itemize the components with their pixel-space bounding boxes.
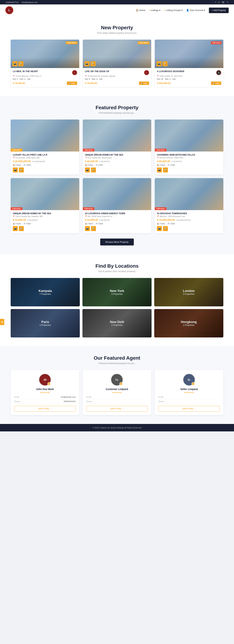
featured-search-button[interactable]: 🔍 (91, 168, 96, 172)
listing-groups-icon: ≡ (164, 9, 166, 12)
location-city: New Delli (110, 320, 124, 324)
property-address: 📍 41 Nkrumah Rd, Kampala, Uganda (85, 75, 149, 77)
linkedin-icon[interactable]: in (218, 1, 220, 3)
sqft-label: Sqft: (27, 78, 31, 80)
flag-icon[interactable]: 🏳 (227, 1, 229, 3)
nav-listing-groups[interactable]: ≡ Listing Groups ▾ (164, 9, 183, 12)
featured-tour-button[interactable]: 📷 (157, 168, 162, 172)
new-property-section: New Property Find newly added property a… (0, 16, 234, 96)
baths-amenity: 🚿 2 Bath (95, 164, 103, 166)
instagram-icon[interactable]: 📷 (222, 1, 224, 3)
property-tour-button[interactable]: 📷 (156, 61, 162, 66)
property-tour-button[interactable]: 📷 (84, 61, 90, 66)
browse-more-button[interactable]: Browse More Property (100, 238, 134, 246)
featured-image: FOR RENT (11, 120, 79, 152)
property-title: LIFE ON THE EDGE OF (85, 70, 110, 73)
side-settings-tab[interactable]: ⚙ (0, 319, 4, 325)
featured-tour-button[interactable]: 📷 (85, 226, 90, 231)
facebook-icon[interactable]: f (215, 1, 216, 3)
baths-amenity: 🚿 2 Bath (167, 223, 175, 225)
property-meta: Bed: 3 Bath: 2 Sqft: (85, 78, 149, 80)
featured-image: FOR SALE (155, 178, 223, 210)
location-count: 4 Properties (40, 324, 51, 326)
beds-amenity: 🏠 4 Beds (157, 223, 165, 225)
featured-price: ¥ 42,000.00 ¥ 46,000.00 (13, 218, 77, 221)
location-card-kampala[interactable]: Kampala 7 Properties (11, 278, 80, 306)
featured-tour-button[interactable]: 📷 (13, 226, 18, 231)
featured-address: 📍 2113 Suffolk Ave, Westchester, (85, 157, 149, 159)
agent-avatar: SL ✓ (183, 374, 195, 386)
property-agent-avatar: L (72, 70, 77, 75)
featured-badge: FOR RENT (11, 149, 22, 152)
featured-search-button[interactable]: 🔍 (91, 226, 96, 231)
featured-tour-button[interactable]: 📷 (157, 226, 162, 231)
add-property-button[interactable]: + Add Property (209, 8, 229, 13)
featured-title: 53 SPACIOUS TOWNHOUSES (157, 212, 221, 215)
featured-tour-button[interactable]: 📷 (85, 168, 90, 172)
featured-image-placeholder (83, 178, 152, 210)
featured-property-section: Featured Property Find featured property… (0, 96, 234, 254)
pin-icon: 📍 (157, 75, 159, 77)
featured-search-button[interactable]: 🔍 (19, 168, 24, 172)
featured-image: FOR SALE (155, 120, 223, 152)
featured-search-button[interactable]: 🔍 (163, 168, 168, 172)
location-overlay: New Delli 2 Properties (82, 309, 152, 338)
featured-tour-button[interactable]: 📷 (13, 168, 18, 172)
location-card-newyork[interactable]: New York 3 Properties (82, 278, 152, 306)
location-card-paris[interactable]: Paris 4 Properties (11, 309, 80, 338)
nav-listings[interactable]: ≡ Listings ▾ (149, 9, 160, 12)
featured-body: UNIQUE DREAM HOMES BY THE SEA 📍 Trans-Ca… (11, 210, 79, 233)
baths-label: Bath: 1 (20, 78, 26, 80)
property-card: FORE RENT 📷 🔍 LA MER, IN THE HEART L 📍 1… (11, 40, 79, 87)
beds-amenity: 🏠 4 Beds (13, 223, 21, 225)
featured-body: 24 LUXURIOUS GREEN ENERGY TOWN 📍 060, 24… (83, 210, 152, 233)
phone-text: +33842447714 (5, 1, 18, 3)
view-profile-button[interactable]: View Profile → (158, 406, 220, 412)
property-body: LIFE ON THE EDGE OF L 📍 41 Nkrumah Rd, K… (83, 68, 152, 87)
location-overlay: New York 3 Properties (82, 278, 152, 306)
beds-amenity: 🏠 4 Beds (13, 164, 21, 166)
property-search-button[interactable]: 🔍 (18, 61, 24, 66)
view-profile-button[interactable]: View Profile → (14, 406, 76, 412)
agent-name: John Doe Mark (14, 388, 76, 390)
logo-icon: L (5, 6, 13, 14)
property-search-button[interactable]: 🔍 (90, 61, 96, 66)
property-address: 📍 14 Rue Marceau, 37000 Tours, F (13, 75, 77, 77)
new-property-title: New Property (11, 25, 223, 30)
location-card-hongkong[interactable]: Hongkong 2 Properties (154, 309, 223, 338)
featured-property-title: Featured Property (11, 105, 223, 110)
featured-actions: 📷 🔍 (85, 168, 149, 172)
featured-property-subtitle: Find featured property around you.. (11, 112, 223, 114)
agents-subtitle: Checkout featured property for you.. (11, 362, 223, 365)
logo[interactable]: L (5, 6, 13, 14)
find-by-locations-section: Find By Locations Top & perfect 300+ loc… (0, 254, 234, 346)
location-count: 5 Properties (183, 293, 194, 295)
property-more-button[interactable]: 🔍 more (67, 82, 77, 85)
pin-icon: 📍 (13, 75, 15, 77)
property-more-button[interactable]: 🔍 more (211, 82, 221, 85)
featured-title: UNIQUE DREAM HOMES BY THE SEA (85, 154, 149, 156)
location-card-newdelli[interactable]: New Delli 2 Properties (82, 309, 152, 338)
property-search-button[interactable]: 🔍 (162, 61, 168, 66)
location-overlay: Kampala 7 Properties (11, 278, 80, 306)
agent-avatar: CL ✓ (111, 374, 123, 386)
featured-price: ¥ 42,000.00 ¥ 46,000.00 (85, 218, 149, 221)
nav-home[interactable]: 🏠 Home (136, 9, 145, 12)
location-card-london[interactable]: London 5 Properties (154, 278, 223, 306)
view-profile-button[interactable]: View Profile → (86, 406, 148, 412)
property-footer: ¥ 840,000.00 🔍 more (157, 82, 221, 85)
nav-user-account[interactable]: 👤 User Account ▾ (186, 9, 205, 12)
featured-title: 24 LUXURIOUS GREEN ENERGY TOWN (85, 212, 149, 215)
beds-label: Bed: 3 (85, 78, 90, 80)
property-tour-button[interactable]: 📷 (12, 61, 18, 66)
property-actions: 📷 🔍 (156, 61, 168, 66)
home-icon: 🏠 (136, 9, 138, 12)
property-more-button[interactable]: 🔍 more (139, 82, 149, 85)
featured-search-button[interactable]: 🔍 (19, 226, 24, 231)
featured-image-placeholder (83, 120, 152, 152)
agent-email-field: Email info@abode.com (14, 396, 76, 399)
featured-amenities: 🏠 4 Beds 🚿 2 Bath (85, 164, 149, 166)
featured-search-button[interactable]: 🔍 (163, 226, 168, 231)
featured-image: FOR SALE (83, 178, 152, 210)
featured-address: 📍 Trans-Canada Hwy, Hargrave, MB (13, 216, 77, 218)
